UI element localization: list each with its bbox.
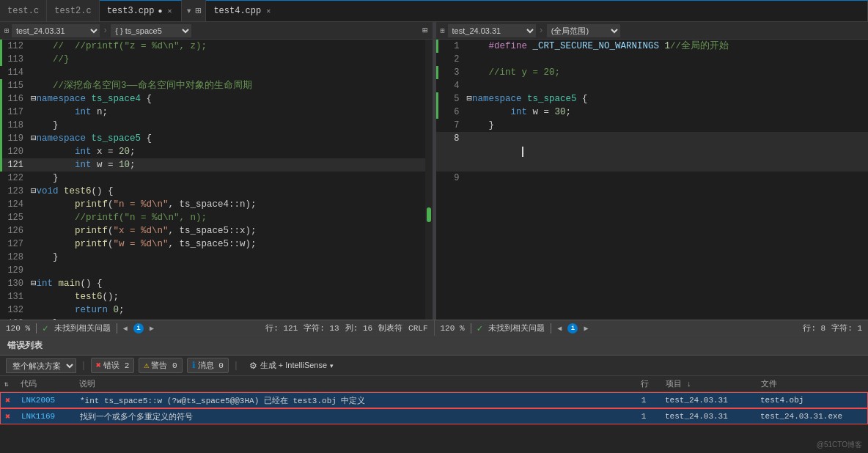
code-line: 2 bbox=[436, 53, 869, 66]
code-line: 127 printf("w = %d\n", ts_space5::w); bbox=[0, 237, 433, 251]
col-header-project[interactable]: 项目 ↓ bbox=[663, 378, 758, 389]
row-error-icon: ✖ bbox=[1, 395, 18, 406]
tab-overflow-btn[interactable]: ▾ bbox=[186, 4, 192, 17]
code-line: 6 int w = 30; bbox=[436, 106, 869, 119]
error-row[interactable]: ✖ LNK1169 找到一个或多个多重定义的符号 1 test_24.03.31… bbox=[0, 408, 868, 424]
code-line: 1 #define _CRT_SECURE_NO_WARNINGS 1//全局的… bbox=[436, 40, 869, 53]
left-code-editor[interactable]: 112 // //printf("z = %d\n", z); 113 //} … bbox=[0, 40, 433, 320]
error-panel-title: 错误列表 bbox=[7, 339, 43, 352]
scrollbar-thumb[interactable] bbox=[427, 207, 431, 222]
code-line: 132 return 0; bbox=[0, 303, 433, 317]
build-label: 生成 + IntelliSense bbox=[260, 360, 327, 371]
left-row: 行: 121 bbox=[265, 323, 298, 334]
tab-test4-cpp[interactable]: test4.cpp ✕ bbox=[206, 0, 868, 21]
tab-close-btn[interactable]: ✕ bbox=[166, 6, 173, 16]
info-count-label: 消息 0 bbox=[198, 360, 224, 371]
left-check-icon: ✓ bbox=[43, 323, 48, 334]
code-line: 128 } bbox=[0, 251, 433, 264]
tab-bar: test.c test2.c test3.cpp ● ✕ ▾ ⊞ test4.c… bbox=[0, 0, 868, 22]
code-line: 113 //} bbox=[0, 53, 433, 66]
bottom-status-bar: 120 % ✓ 未找到相关问题 ◀ i ▶ 行: 121 字符: 13 列: 1… bbox=[0, 320, 868, 336]
left-fn-select[interactable]: { } ts_space5 bbox=[111, 24, 191, 37]
row-line: 1 bbox=[625, 412, 662, 421]
left-editor-pane: ⊞ test_24.03.31 › { } ts_space5 ⊞ 112 //… bbox=[0, 22, 433, 320]
left-breadcrumb-icon: ⊞ bbox=[4, 26, 9, 35]
right-breadcrumb-sep: › bbox=[539, 26, 544, 36]
row-error-icon: ✖ bbox=[1, 411, 18, 422]
tab-close-right-btn[interactable]: ✕ bbox=[265, 6, 272, 16]
scrollbar-track[interactable] bbox=[425, 40, 433, 320]
filter-icon: ⚙ bbox=[249, 361, 257, 371]
right-status-pane: 120 % ✓ 未找到相关问题 ◀ i ▶ 行: 8 字符: 1 bbox=[435, 320, 869, 336]
row-file: test_24.03.31.exe bbox=[757, 412, 867, 421]
row-code: LNK1169 bbox=[18, 412, 77, 421]
left-split-btn[interactable]: ⊞ bbox=[422, 25, 427, 36]
tab-actions: ▾ ⊞ bbox=[182, 4, 206, 17]
right-zoom: 120 % bbox=[441, 324, 465, 333]
left-nav-prev[interactable]: ◀ bbox=[123, 324, 128, 333]
new-tab-btn[interactable]: ⊞ bbox=[195, 4, 201, 17]
row-line: 1 bbox=[625, 396, 662, 405]
right-nav-next[interactable]: ▶ bbox=[584, 324, 588, 333]
build-intellisense-btn[interactable]: ⚙ 生成 + IntelliSense ▾ bbox=[243, 358, 339, 372]
tab-label: test.c bbox=[7, 6, 39, 16]
warning-filter-btn[interactable]: ⚠ 警告 0 bbox=[139, 358, 182, 373]
code-line: 122 } bbox=[0, 172, 433, 185]
code-line: 130 ⊟int main() { bbox=[0, 277, 433, 290]
error-table-header: ⇅ 代码 说明 行 项目 ↓ 文件 bbox=[0, 376, 868, 392]
code-line: 112 // //printf("z = %d\n", z); bbox=[0, 40, 433, 53]
right-char: 字符: 1 bbox=[831, 323, 862, 334]
right-code-editor[interactable]: 1 #define _CRT_SECURE_NO_WARNINGS 1//全局的… bbox=[436, 40, 869, 320]
modified-dot: ● bbox=[158, 7, 162, 15]
col-header-line[interactable]: 行 bbox=[626, 378, 663, 389]
left-breadcrumb: ⊞ test_24.03.31 › { } ts_space5 ⊞ bbox=[0, 22, 433, 40]
right-file-select[interactable]: test_24.03.31 bbox=[448, 24, 536, 37]
error-filter-btn[interactable]: ✖ 错误 2 bbox=[91, 358, 134, 373]
row-desc: *int ts_space5::w (?w@ts_space5@@3HA) 已经… bbox=[77, 395, 625, 406]
left-crlf: CRLF bbox=[408, 324, 427, 333]
code-line-current: 121 int w = 10; bbox=[0, 158, 433, 172]
row-project: test_24.03.31 bbox=[662, 396, 757, 405]
right-row: 行: 8 bbox=[803, 323, 825, 334]
tab-test3-cpp[interactable]: test3.cpp ● ✕ bbox=[100, 0, 182, 21]
tab-test2-c[interactable]: test2.c bbox=[47, 0, 99, 21]
code-line: 133 } bbox=[0, 317, 433, 320]
right-nav-prev[interactable]: ◀ bbox=[557, 324, 562, 333]
left-nav-next[interactable]: ▶ bbox=[150, 324, 154, 333]
code-line-current: 8 bbox=[436, 132, 869, 172]
scope-filter-select[interactable]: 整个解决方案 bbox=[6, 358, 76, 373]
left-file-select[interactable]: test_24.03.31 bbox=[12, 24, 100, 37]
left-info-icon[interactable]: i bbox=[133, 323, 144, 334]
row-project: test_24.03.31 bbox=[662, 412, 757, 421]
error-icon: ✖ bbox=[96, 360, 101, 371]
code-line: 129 bbox=[0, 264, 433, 277]
row-code: LNK2005 bbox=[18, 396, 77, 405]
col-header-file[interactable]: 文件 bbox=[758, 378, 868, 389]
col-header-icon: ⇅ bbox=[0, 380, 18, 388]
code-line: 119 ⊟namespace ts_space5 { bbox=[0, 132, 433, 145]
error-row[interactable]: ✖ LNK2005 *int ts_space5::w (?w@ts_space… bbox=[0, 392, 868, 408]
right-info-icon[interactable]: i bbox=[567, 323, 578, 334]
build-dropdown-icon[interactable]: ▾ bbox=[330, 362, 334, 369]
info-filter-btn[interactable]: ℹ 消息 0 bbox=[187, 358, 229, 373]
tab-label: test3.cpp bbox=[107, 6, 155, 16]
code-line: 117 int n; bbox=[0, 106, 433, 119]
left-col: 列: 16 bbox=[345, 323, 372, 334]
left-tab: 制表符 bbox=[378, 323, 402, 334]
error-table[interactable]: ⇅ 代码 说明 行 项目 ↓ 文件 ✖ LNK2005 *int t bbox=[0, 376, 868, 453]
col-header-desc[interactable]: 说明 bbox=[76, 378, 626, 389]
code-line: 125 //printf("n = %d\n", n); bbox=[0, 211, 433, 224]
col-header-code[interactable]: 代码 bbox=[18, 378, 76, 389]
editor-area: ⊞ test_24.03.31 › { } ts_space5 ⊞ 112 //… bbox=[0, 22, 868, 320]
code-line: 131 test6(); bbox=[0, 290, 433, 303]
error-toolbar: 整个解决方案 | ✖ 错误 2 ⚠ 警告 0 ℹ 消息 0 | ⚙ 生成 + I… bbox=[0, 356, 868, 376]
tab-label: test4.cpp bbox=[213, 6, 261, 16]
right-check-icon: ✓ bbox=[477, 323, 483, 334]
right-breadcrumb: ⊞ test_24.03.31 › (全局范围) bbox=[436, 22, 869, 40]
code-line: 115 //深挖命名空间3——命名空间中对象的生命周期 bbox=[0, 79, 433, 92]
right-fn-select[interactable]: (全局范围) bbox=[547, 24, 620, 37]
right-editor-pane: ⊞ test_24.03.31 › (全局范围) 1 #define _CRT_… bbox=[436, 22, 869, 320]
code-line: 5 ⊟namespace ts_space5 { bbox=[436, 92, 869, 106]
error-count-label: 错误 2 bbox=[103, 360, 129, 371]
tab-test-c[interactable]: test.c bbox=[0, 0, 47, 21]
